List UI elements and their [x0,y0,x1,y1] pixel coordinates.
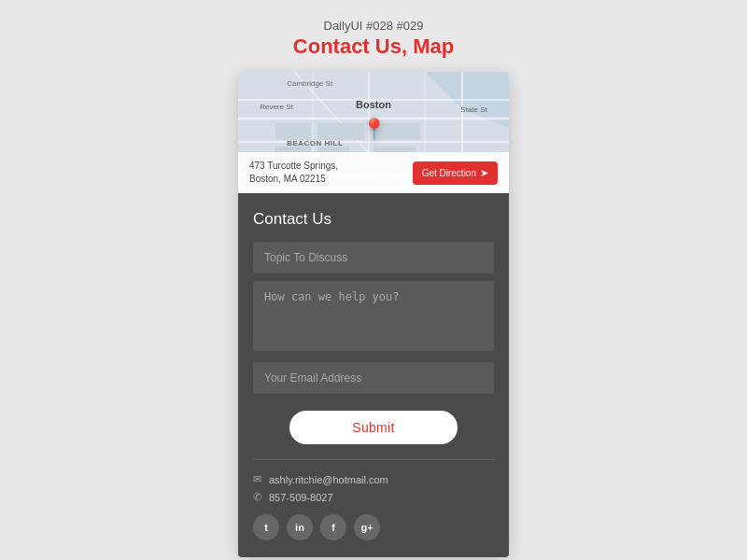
contact-section-title: Contact Us [253,210,494,229]
address-text: 473 Turcotte Springs, Boston, MA 02215 [249,160,338,186]
get-direction-button[interactable]: Get Direction ➤ [413,161,498,185]
twitter-icon: t [264,522,268,533]
social-row: t in f g+ [253,514,494,540]
email-icon: ✉ [253,473,261,485]
email-info-item: ✉ ashly.ritchie@hotmail.com [253,473,494,485]
card: Boston BEACON HILL Cambridge St Revere S… [238,72,509,557]
contact-phone: 857-509-8027 [269,492,333,503]
page-subtitle: DailyUI #028 #029 [293,19,454,33]
address-bar: 473 Turcotte Springs, Boston, MA 02215 G… [238,152,509,193]
map-label-boston: Boston [356,99,391,110]
topic-input[interactable] [253,242,494,273]
divider [253,459,494,460]
contact-section: Contact Us Submit ✉ ashly.ritchie@hotmai… [238,193,509,557]
map-label-revere: Revere St [260,103,293,111]
contact-info: ✉ ashly.ritchie@hotmail.com ✆ 857-509-80… [253,473,494,503]
message-textarea[interactable] [253,281,494,351]
linkedin-button[interactable]: in [287,514,313,540]
submit-button[interactable]: Submit [289,411,458,444]
page-header: DailyUI #028 #029 Contact Us, Map [293,19,454,59]
twitter-button[interactable]: t [253,514,279,540]
address-line1: 473 Turcotte Springs, [249,161,338,171]
map-pin: 📍 [361,118,387,142]
svg-rect-12 [317,123,364,140]
svg-rect-16 [275,123,311,140]
email-input[interactable] [253,362,494,394]
google-plus-icon: g+ [360,522,373,533]
page-title: Contact Us, Map [293,35,454,59]
get-direction-label: Get Direction [422,168,476,178]
contact-email: ashly.ritchie@hotmail.com [269,474,388,485]
phone-info-item: ✆ 857-509-8027 [253,491,494,503]
map-label-beacon: BEACON HILL [287,139,343,147]
map-section: Boston BEACON HILL Cambridge St Revere S… [238,72,509,193]
google-plus-button[interactable]: g+ [354,514,380,540]
map-label-cambridge: Cambridge St [287,79,332,88]
direction-arrow-icon: ➤ [480,167,488,179]
linkedin-icon: in [295,522,304,533]
facebook-icon: f [331,522,335,533]
facebook-button[interactable]: f [320,514,346,540]
phone-icon: ✆ [253,491,261,503]
address-line2: Boston, MA 02215 [249,174,326,184]
map-label-state: State St [460,105,486,114]
